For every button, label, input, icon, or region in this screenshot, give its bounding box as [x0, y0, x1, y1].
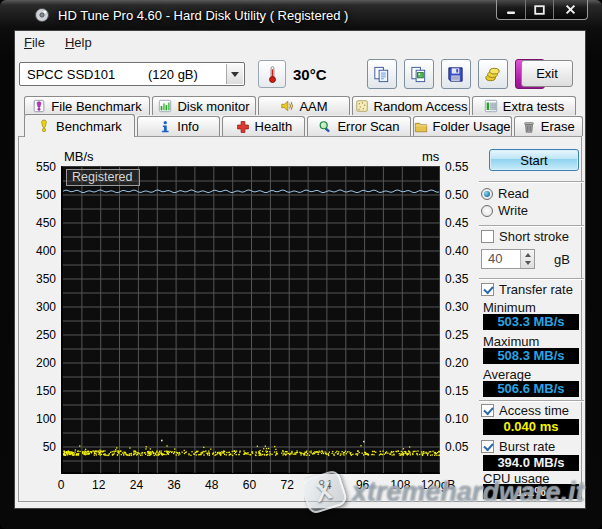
- separator: [479, 181, 584, 183]
- tab-erase[interactable]: Erase: [514, 116, 583, 136]
- x-axis-tick: 120gB: [416, 478, 460, 492]
- random-access-icon: [355, 99, 369, 113]
- y-axis-tick-left: 250: [24, 328, 56, 342]
- maximum-label: Maximum: [483, 334, 539, 349]
- separator: [479, 278, 584, 280]
- start-button[interactable]: Start: [489, 149, 579, 171]
- tab-label: AAM: [299, 99, 327, 114]
- transfer-rate-checkbox[interactable]: Transfer rate: [481, 282, 573, 297]
- erase-icon: [522, 120, 536, 134]
- error-scan-icon: [318, 120, 332, 134]
- burst-rate-checkbox[interactable]: Burst rate: [481, 439, 555, 454]
- exit-button[interactable]: Exit: [521, 60, 573, 87]
- tab-extra-tests[interactable]: Extra tests: [472, 96, 576, 115]
- titlebar[interactable]: HD Tune Pro 4.60 - Hard Disk Utility ( R…: [0, 0, 602, 30]
- tab-error-scan[interactable]: Error Scan: [307, 116, 410, 136]
- maximize-icon: [534, 5, 545, 15]
- capacity-unit-label: gB: [554, 252, 570, 267]
- copy-image-button[interactable]: [404, 59, 434, 89]
- tab-random-access[interactable]: Random Access: [352, 96, 470, 115]
- write-radio[interactable]: Write: [481, 203, 528, 218]
- benchmark-chart-svg: [63, 167, 440, 473]
- drive-select[interactable]: SPCC SSD101 (120 gB): [19, 62, 245, 86]
- health-icon: [236, 120, 250, 134]
- y-axis-tick-left: 500: [24, 188, 56, 202]
- app-icon: [34, 7, 50, 23]
- radio-selected-icon: [481, 188, 493, 200]
- burst-rate-value: 394.0 MB/s: [483, 455, 579, 471]
- capacity-row: 40 gB: [481, 249, 570, 269]
- client-area: File Help SPCC SSD101 (120 gB) 30°C Exit…: [14, 30, 586, 509]
- options-button[interactable]: [478, 59, 508, 89]
- drive-name: SPCC SSD101: [27, 67, 115, 82]
- tab-health[interactable]: Health: [222, 116, 305, 136]
- y-axis-tick-left: 200: [24, 356, 56, 370]
- radio-unselected-icon: [481, 205, 493, 217]
- menubar: File Help: [15, 31, 585, 53]
- tab-folder-usage[interactable]: Folder Usage: [413, 116, 512, 136]
- copy-text-icon: [372, 65, 391, 84]
- temperature-value: 30°C: [293, 66, 327, 83]
- short-stroke-checkbox[interactable]: Short stroke: [481, 229, 569, 244]
- menu-help[interactable]: Help: [65, 35, 92, 50]
- spinner-arrows-icon[interactable]: [520, 250, 534, 268]
- separator: [479, 400, 584, 402]
- copy-text-button[interactable]: [367, 59, 397, 89]
- tab-strip-secondary: File BenchmarkDisk monitorAAMRandom Acce…: [15, 95, 585, 115]
- thermometer-icon: [263, 65, 282, 84]
- y-axis-tick-left: 50: [24, 440, 56, 454]
- y-axis-tick-left: 300: [24, 300, 56, 314]
- benchmark-panel: MB/s ms Registered 5500.555000.504500.45…: [18, 136, 582, 502]
- tab-disk-monitor[interactable]: Disk monitor: [152, 96, 256, 115]
- options-icon: [483, 65, 502, 84]
- window-title: HD Tune Pro 4.60 - Hard Disk Utility ( R…: [58, 8, 348, 23]
- speaker-icon: [280, 99, 294, 113]
- y-axis-tick-left: 350: [24, 272, 56, 286]
- tab-info[interactable]: Info: [137, 116, 220, 136]
- tab-aam[interactable]: AAM: [258, 96, 350, 115]
- tab-label: Erase: [541, 119, 575, 134]
- average-value: 506.6 MB/s: [483, 381, 579, 397]
- y-axis-tick-left: 450: [24, 216, 56, 230]
- minimize-icon: [506, 5, 516, 15]
- tab-label: Benchmark: [56, 119, 122, 134]
- read-radio[interactable]: Read: [481, 186, 529, 201]
- cpu-usage-value: 1.1%: [483, 484, 579, 499]
- drive-capacity: (120 gB): [148, 67, 198, 82]
- average-label: Average: [483, 367, 531, 382]
- separator: [479, 225, 584, 227]
- minimum-value: 503.3 MB/s: [483, 314, 579, 330]
- tab-label: Folder Usage: [433, 119, 511, 134]
- tab-file-benchmark[interactable]: File Benchmark: [24, 96, 150, 115]
- menu-file[interactable]: File: [24, 35, 45, 50]
- benchmark-chart: Registered: [61, 166, 440, 474]
- temperature-button[interactable]: [258, 60, 286, 88]
- chevron-down-icon[interactable]: [226, 64, 243, 84]
- close-button[interactable]: [553, 0, 587, 19]
- tab-label: Disk monitor: [177, 99, 249, 114]
- save-icon: [446, 65, 465, 84]
- capacity-spinner[interactable]: 40: [481, 249, 535, 269]
- close-icon: [565, 4, 576, 15]
- checkbox-unchecked-icon: [481, 230, 494, 243]
- access-time-checkbox[interactable]: Access time: [481, 403, 569, 418]
- tab-label: Error Scan: [337, 119, 399, 134]
- caption-buttons: [496, 0, 588, 20]
- left-axis-unit-label: MB/s: [64, 149, 94, 164]
- tab-label: Random Access: [374, 99, 468, 114]
- tab-strip-primary: BenchmarkInfoHealthError ScanFolder Usag…: [15, 115, 585, 136]
- copy-image-icon: [409, 65, 428, 84]
- tab-label: Info: [177, 119, 199, 134]
- tab-benchmark[interactable]: Benchmark: [24, 114, 135, 137]
- maximum-value: 508.3 MB/s: [483, 348, 579, 364]
- checkbox-checked-icon: [481, 283, 494, 296]
- access-time-value: 0.040 ms: [483, 419, 579, 435]
- maximize-button[interactable]: [525, 0, 553, 19]
- y-axis-tick-left: 150: [24, 384, 56, 398]
- save-button[interactable]: [441, 59, 471, 89]
- disk-monitor-icon: [158, 99, 172, 113]
- minimize-button[interactable]: [497, 0, 525, 19]
- tab-label: Health: [255, 119, 293, 134]
- right-axis-unit-label: ms: [422, 149, 439, 164]
- tab-label: Extra tests: [503, 99, 564, 114]
